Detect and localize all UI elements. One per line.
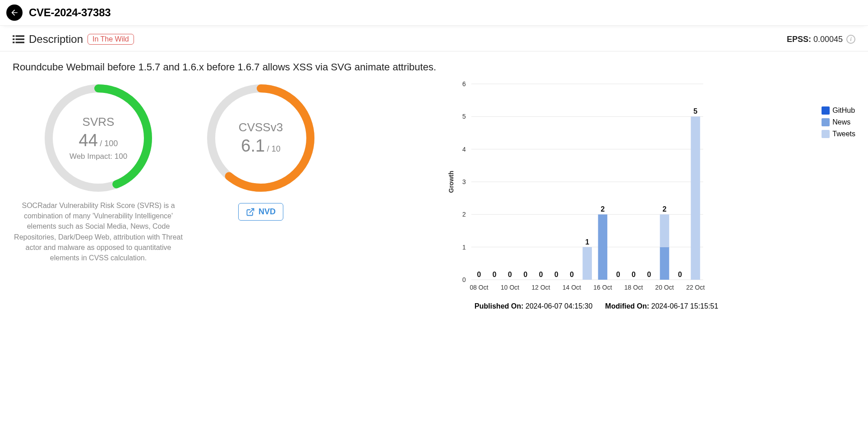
chart-legend: GitHub News Tweets [822, 106, 855, 142]
legend-item: Tweets [822, 130, 855, 138]
svg-rect-35 [598, 214, 608, 280]
svrs-sub: Web Impact: 100 [69, 152, 127, 161]
svg-rect-1 [16, 35, 25, 37]
svrs-label: SVRS [83, 115, 115, 129]
svg-text:2: 2 [600, 205, 605, 213]
cvss-panel: CVSSv3 6.1 / 10 NVD [202, 79, 319, 221]
svrs-panel: SVRS 44 / 100 Web Impact: 100 SOCRadar V… [13, 79, 184, 263]
cvss-gauge: CVSSv3 6.1 / 10 [202, 79, 319, 197]
svg-text:0: 0 [508, 271, 512, 278]
svg-rect-2 [13, 38, 14, 40]
dates-row: Published On: 2024-06-07 04:15:30 Modifi… [337, 298, 855, 315]
legend-item: GitHub [822, 106, 855, 115]
svg-text:3: 3 [462, 178, 466, 185]
svg-text:4: 4 [462, 146, 466, 153]
svg-text:2: 2 [462, 211, 466, 218]
cvss-label: CVSSv3 [239, 120, 283, 134]
svg-rect-4 [13, 42, 14, 43]
svg-text:0: 0 [523, 271, 527, 278]
svg-text:0: 0 [647, 271, 651, 278]
svg-rect-40 [660, 247, 669, 280]
svg-text:0: 0 [554, 271, 559, 278]
svg-rect-44 [691, 116, 700, 280]
back-button[interactable] [6, 5, 23, 21]
external-link-icon [246, 208, 255, 217]
nvd-button[interactable]: NVD [238, 203, 283, 221]
cvss-value: 6.1 [241, 136, 265, 155]
svg-text:10 Oct: 10 Oct [501, 284, 519, 291]
section-title: Description [29, 33, 83, 46]
legend-item: News [822, 118, 855, 126]
svrs-gauge: SVRS 44 / 100 Web Impact: 100 [40, 79, 157, 197]
svg-text:0: 0 [678, 271, 682, 278]
legend-github-label: GitHub [832, 106, 855, 115]
svrs-max: / 100 [100, 139, 118, 148]
epss-score: EPSS: 0.00045 i [787, 35, 855, 44]
page-title: CVE-2024-37383 [29, 6, 111, 19]
svg-text:0: 0 [632, 271, 636, 278]
svg-text:2: 2 [663, 205, 667, 213]
svg-text:08 Oct: 08 Oct [470, 284, 488, 291]
in-the-wild-badge: In The Wild [88, 34, 134, 45]
svg-rect-0 [13, 35, 14, 37]
svg-text:Growth: Growth [448, 171, 455, 193]
svg-text:16 Oct: 16 Oct [593, 284, 612, 291]
description-text: Roundcube Webmail before 1.5.7 and 1.6.x… [0, 51, 868, 76]
list-icon [13, 34, 24, 44]
growth-chart: 0123456Growth00000001200020508 Oct10 Oct… [337, 79, 816, 296]
svg-text:22 Oct: 22 Oct [686, 284, 705, 291]
svg-line-10 [249, 208, 254, 212]
svg-text:0: 0 [462, 276, 466, 283]
growth-chart-panel: 0123456Growth00000001200020508 Oct10 Oct… [337, 79, 855, 315]
svg-rect-41 [660, 214, 669, 247]
svg-text:12 Oct: 12 Oct [531, 284, 550, 291]
epss-label: EPSS: [787, 35, 811, 44]
svg-rect-3 [16, 38, 25, 40]
svg-text:1: 1 [462, 244, 466, 251]
epss-value: 0.00045 [813, 35, 843, 44]
svg-text:14 Oct: 14 Oct [563, 284, 581, 291]
svrs-note: SOCRadar Vulnerability Risk Score (SVRS)… [13, 200, 184, 263]
info-icon[interactable]: i [846, 35, 855, 44]
svg-rect-33 [582, 247, 592, 280]
svrs-value: 44 [79, 131, 98, 150]
svg-text:20 Oct: 20 Oct [655, 284, 674, 291]
svg-text:5: 5 [693, 107, 697, 115]
svg-text:6: 6 [462, 80, 466, 88]
legend-tweets-label: Tweets [832, 130, 855, 138]
svg-text:0: 0 [616, 271, 620, 278]
modified-label: Modified On: [605, 302, 649, 310]
svg-text:1: 1 [585, 238, 589, 246]
modified-value: 2024-06-17 15:15:51 [651, 302, 719, 310]
svg-text:5: 5 [462, 113, 466, 120]
svg-text:0: 0 [539, 271, 543, 278]
nvd-label: NVD [259, 207, 276, 217]
arrow-left-icon [10, 8, 19, 17]
svg-rect-5 [16, 42, 25, 43]
published-value: 2024-06-07 04:15:30 [526, 302, 593, 310]
published-label: Published On: [475, 302, 523, 310]
svg-text:18 Oct: 18 Oct [624, 284, 643, 291]
svg-text:0: 0 [477, 271, 481, 278]
cvss-max: / 10 [267, 144, 281, 153]
svg-text:0: 0 [493, 271, 497, 278]
legend-news-label: News [832, 118, 850, 126]
svg-text:0: 0 [570, 271, 574, 278]
